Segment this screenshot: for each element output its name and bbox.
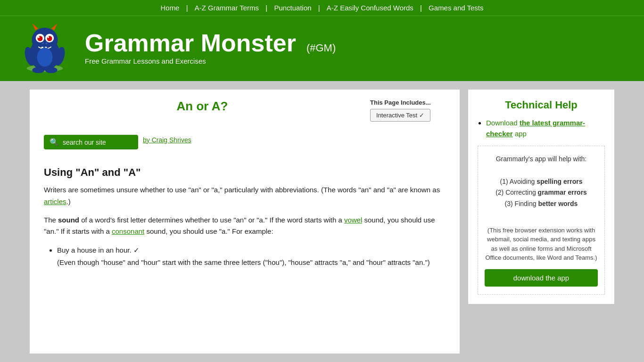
svg-point-17 <box>32 67 44 73</box>
site-title-area: Grammar Monster (#GM) Free Grammar Lesso… <box>85 31 336 65</box>
article-content: Using "An" and "A" Writers are sometimes… <box>44 166 446 268</box>
page-title: An or A? <box>44 99 361 114</box>
nav-link-home[interactable]: Home <box>160 4 179 12</box>
example-1: Buy a house in an hour. ✓ (Even though "… <box>57 244 446 268</box>
svg-point-12 <box>46 42 48 44</box>
author-link[interactable]: by Craig Shrives <box>143 136 191 144</box>
grammarly-note: (This free browser extension works with … <box>485 226 598 263</box>
search-icon: 🔍 <box>50 138 59 147</box>
svg-point-10 <box>48 36 50 38</box>
sidebar: Technical Help Download the latest gramm… <box>468 90 614 354</box>
content-card: An or A? This Page Includes... Interacti… <box>30 90 460 354</box>
article-examples: Buy a house in an hour. ✓ (Even though "… <box>57 244 446 268</box>
nav-separator: | <box>186 4 188 12</box>
article-heading: Using "An" and "A" <box>44 166 446 179</box>
logo-area <box>19 22 71 74</box>
nav-link-grammar-terms[interactable]: A-Z Grammar Terms <box>195 4 259 12</box>
nav-separator-4: | <box>420 4 422 12</box>
svg-marker-4 <box>51 24 58 31</box>
grammarly-info-box: Grammarly's app will help with: (1) Avoi… <box>478 146 605 295</box>
svg-point-9 <box>38 36 40 38</box>
site-header: Grammar Monster (#GM) Free Grammar Lesso… <box>0 16 644 81</box>
article-para2: The sound of a word's first letter deter… <box>44 214 446 238</box>
nav-separator-3: | <box>318 4 320 12</box>
articles-link[interactable]: articles <box>44 197 66 206</box>
grammarly-item3: (3) Finding better words <box>485 198 598 210</box>
svg-point-18 <box>45 67 58 73</box>
svg-point-19 <box>37 48 53 66</box>
grammarly-item1: (1) Avoiding spelling errors <box>485 176 598 188</box>
nav-separator-2: | <box>265 4 267 12</box>
search-label: search our site <box>63 139 106 146</box>
svg-marker-3 <box>32 24 38 31</box>
page-includes-label: This Page Includes... <box>370 99 446 106</box>
nav-link-games-tests[interactable]: Games and Tests <box>429 4 483 12</box>
tech-help-title: Technical Help <box>478 99 605 111</box>
nav-link-confused-words[interactable]: A-Z Easily Confused Words <box>327 4 413 12</box>
search-row: 🔍 search our site by Craig Shrives <box>44 126 446 153</box>
article-para1: Writers are sometimes unsure whether to … <box>44 184 446 208</box>
download-app-button[interactable]: download the app <box>485 269 598 287</box>
vowel-link[interactable]: vowel <box>344 216 362 224</box>
interactive-test-button[interactable]: Interactive Test ✓ <box>370 109 430 122</box>
nav-link-punctuation[interactable]: Punctuation <box>274 4 311 12</box>
site-tagline: Free Grammar Lessons and Exercises <box>85 57 336 65</box>
tech-help-card: Technical Help Download the latest gramm… <box>468 90 614 304</box>
svg-point-11 <box>42 42 44 44</box>
gm-hashtag: (#GM) <box>306 42 336 54</box>
main-wrapper: An or A? This Page Includes... Interacti… <box>20 90 624 354</box>
grammarly-link[interactable]: Download the latest grammar-checker app <box>486 119 585 138</box>
sound-bold: sound <box>58 216 79 224</box>
search-bar[interactable]: 🔍 search our site <box>44 135 138 149</box>
monster-logo <box>19 22 71 74</box>
top-navigation: Home | A-Z Grammar Terms | Punctuation |… <box>0 0 644 16</box>
grammarly-item2: (2) Correcting grammar errors <box>485 187 598 198</box>
page-includes-section: This Page Includes... Interactive Test ✓ <box>370 99 446 122</box>
consonant-link[interactable]: consonant <box>112 227 144 235</box>
grammarly-intro: Grammarly's app will help with: <box>485 154 598 165</box>
site-title: Grammar Monster <box>85 31 296 55</box>
